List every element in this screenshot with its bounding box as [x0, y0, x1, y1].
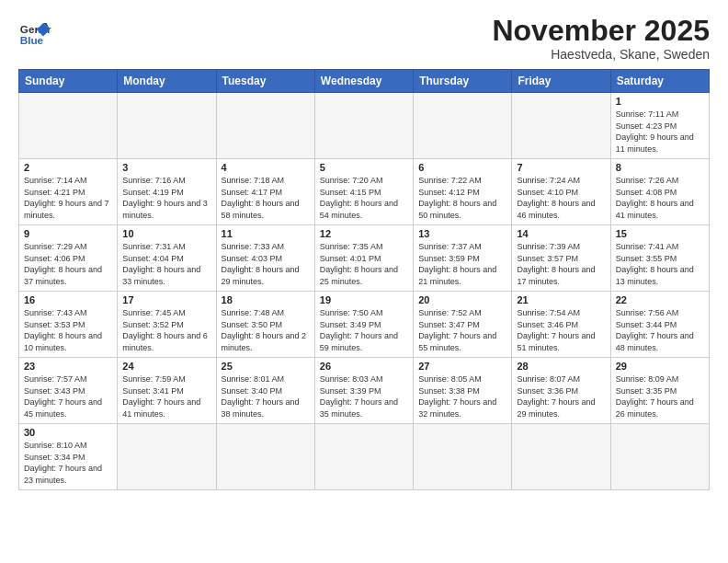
calendar-day: 4Sunrise: 7:18 AM Sunset: 4:17 PM Daylig…	[216, 159, 314, 225]
day-number: 14	[517, 228, 605, 239]
day-number: 20	[418, 294, 506, 305]
day-info: Sunrise: 7:14 AM Sunset: 4:21 PM Dayligh…	[24, 175, 112, 221]
day-number: 10	[122, 228, 210, 239]
month-title: November 2025	[492, 15, 710, 47]
day-info: Sunrise: 7:26 AM Sunset: 4:08 PM Dayligh…	[616, 175, 704, 221]
page: General Blue November 2025 Haestveda, Sk…	[0, 0, 728, 563]
calendar-day: 17Sunrise: 7:45 AM Sunset: 3:52 PM Dayli…	[118, 292, 216, 358]
calendar-day: 25Sunrise: 8:01 AM Sunset: 3:40 PM Dayli…	[216, 358, 314, 424]
col-tuesday: Tuesday	[216, 70, 314, 93]
logo: General Blue	[18, 15, 51, 48]
calendar-day: 14Sunrise: 7:39 AM Sunset: 3:57 PM Dayli…	[512, 225, 610, 292]
day-number: 27	[418, 361, 506, 372]
calendar-day: 12Sunrise: 7:35 AM Sunset: 4:01 PM Dayli…	[314, 225, 413, 292]
day-number: 4	[222, 162, 310, 173]
day-info: Sunrise: 7:52 AM Sunset: 3:47 PM Dayligh…	[418, 307, 506, 353]
day-info: Sunrise: 7:59 AM Sunset: 3:41 PM Dayligh…	[122, 373, 210, 419]
day-number: 9	[24, 228, 112, 239]
day-number: 13	[418, 228, 506, 239]
day-info: Sunrise: 7:48 AM Sunset: 3:50 PM Dayligh…	[222, 307, 310, 353]
calendar-day: 15Sunrise: 7:41 AM Sunset: 3:55 PM Dayli…	[610, 225, 709, 292]
calendar-header-row: Sunday Monday Tuesday Wednesday Thursday…	[19, 70, 710, 93]
day-info: Sunrise: 8:09 AM Sunset: 3:35 PM Dayligh…	[616, 373, 704, 419]
calendar-day: 1Sunrise: 7:11 AM Sunset: 4:23 PM Daylig…	[610, 93, 709, 159]
col-sunday: Sunday	[19, 70, 118, 93]
day-number: 5	[320, 162, 408, 173]
day-info: Sunrise: 7:56 AM Sunset: 3:44 PM Dayligh…	[616, 307, 704, 353]
day-number: 30	[24, 427, 112, 438]
day-number: 6	[418, 162, 506, 173]
day-info: Sunrise: 7:54 AM Sunset: 3:46 PM Dayligh…	[517, 307, 605, 353]
calendar-day: 19Sunrise: 7:50 AM Sunset: 3:49 PM Dayli…	[314, 292, 413, 358]
col-thursday: Thursday	[414, 70, 512, 93]
col-saturday: Saturday	[610, 70, 709, 93]
day-info: Sunrise: 7:45 AM Sunset: 3:52 PM Dayligh…	[122, 307, 210, 353]
generalblue-logo-icon: General Blue	[18, 15, 51, 48]
calendar-day: 2Sunrise: 7:14 AM Sunset: 4:21 PM Daylig…	[19, 159, 118, 225]
day-number: 16	[24, 294, 112, 305]
day-number: 1	[616, 96, 704, 107]
day-number: 8	[616, 162, 704, 173]
subtitle: Haestveda, Skane, Sweden	[492, 47, 710, 62]
calendar-day: 6Sunrise: 7:22 AM Sunset: 4:12 PM Daylig…	[414, 159, 512, 225]
calendar-week-row: 16Sunrise: 7:43 AM Sunset: 3:53 PM Dayli…	[19, 292, 710, 358]
header: General Blue November 2025 Haestveda, Sk…	[18, 15, 710, 62]
day-info: Sunrise: 7:16 AM Sunset: 4:19 PM Dayligh…	[122, 175, 210, 221]
day-info: Sunrise: 7:35 AM Sunset: 4:01 PM Dayligh…	[320, 241, 408, 287]
calendar-day	[314, 93, 413, 159]
calendar-week-row: 1Sunrise: 7:11 AM Sunset: 4:23 PM Daylig…	[19, 93, 710, 159]
calendar-day: 27Sunrise: 8:05 AM Sunset: 3:38 PM Dayli…	[414, 358, 512, 424]
day-info: Sunrise: 7:37 AM Sunset: 3:59 PM Dayligh…	[418, 241, 506, 287]
svg-text:Blue: Blue	[20, 34, 44, 46]
day-info: Sunrise: 7:29 AM Sunset: 4:06 PM Dayligh…	[24, 241, 112, 287]
calendar-day: 21Sunrise: 7:54 AM Sunset: 3:46 PM Dayli…	[512, 292, 610, 358]
day-number: 28	[517, 361, 605, 372]
day-info: Sunrise: 7:41 AM Sunset: 3:55 PM Dayligh…	[616, 241, 704, 287]
calendar-day: 24Sunrise: 7:59 AM Sunset: 3:41 PM Dayli…	[118, 358, 216, 424]
col-friday: Friday	[512, 70, 610, 93]
calendar-week-row: 23Sunrise: 7:57 AM Sunset: 3:43 PM Dayli…	[19, 358, 710, 424]
col-wednesday: Wednesday	[314, 70, 413, 93]
day-number: 25	[222, 361, 310, 372]
day-number: 29	[616, 361, 704, 372]
day-number: 18	[222, 294, 310, 305]
calendar-day: 10Sunrise: 7:31 AM Sunset: 4:04 PM Dayli…	[118, 225, 216, 292]
day-number: 17	[122, 294, 210, 305]
day-info: Sunrise: 7:18 AM Sunset: 4:17 PM Dayligh…	[222, 175, 310, 221]
day-number: 7	[517, 162, 605, 173]
calendar-day: 20Sunrise: 7:52 AM Sunset: 3:47 PM Dayli…	[414, 292, 512, 358]
calendar-day: 11Sunrise: 7:33 AM Sunset: 4:03 PM Dayli…	[216, 225, 314, 292]
calendar-day: 9Sunrise: 7:29 AM Sunset: 4:06 PM Daylig…	[19, 225, 118, 292]
calendar-day: 22Sunrise: 7:56 AM Sunset: 3:44 PM Dayli…	[610, 292, 709, 358]
calendar-day: 7Sunrise: 7:24 AM Sunset: 4:10 PM Daylig…	[512, 159, 610, 225]
day-info: Sunrise: 7:39 AM Sunset: 3:57 PM Dayligh…	[517, 241, 605, 287]
day-info: Sunrise: 7:24 AM Sunset: 4:10 PM Dayligh…	[517, 175, 605, 221]
calendar-week-row: 2Sunrise: 7:14 AM Sunset: 4:21 PM Daylig…	[19, 159, 710, 225]
calendar-day	[118, 93, 216, 159]
calendar-day: 23Sunrise: 7:57 AM Sunset: 3:43 PM Dayli…	[19, 358, 118, 424]
calendar-day: 8Sunrise: 7:26 AM Sunset: 4:08 PM Daylig…	[610, 159, 709, 225]
calendar-day: 30Sunrise: 8:10 AM Sunset: 3:34 PM Dayli…	[19, 424, 118, 490]
day-number: 23	[24, 361, 112, 372]
calendar-day	[314, 424, 413, 490]
day-info: Sunrise: 7:22 AM Sunset: 4:12 PM Dayligh…	[418, 175, 506, 221]
calendar-day: 5Sunrise: 7:20 AM Sunset: 4:15 PM Daylig…	[314, 159, 413, 225]
col-monday: Monday	[118, 70, 216, 93]
calendar-day	[216, 93, 314, 159]
day-info: Sunrise: 7:43 AM Sunset: 3:53 PM Dayligh…	[24, 307, 112, 353]
calendar-day	[118, 424, 216, 490]
calendar-day: 26Sunrise: 8:03 AM Sunset: 3:39 PM Dayli…	[314, 358, 413, 424]
calendar-week-row: 9Sunrise: 7:29 AM Sunset: 4:06 PM Daylig…	[19, 225, 710, 292]
calendar-day	[19, 93, 118, 159]
day-number: 22	[616, 294, 704, 305]
calendar-day	[610, 424, 709, 490]
calendar-day: 3Sunrise: 7:16 AM Sunset: 4:19 PM Daylig…	[118, 159, 216, 225]
day-number: 15	[616, 228, 704, 239]
day-info: Sunrise: 8:07 AM Sunset: 3:36 PM Dayligh…	[517, 373, 605, 419]
calendar-day	[512, 424, 610, 490]
calendar-table: Sunday Monday Tuesday Wednesday Thursday…	[18, 69, 710, 490]
calendar-day: 16Sunrise: 7:43 AM Sunset: 3:53 PM Dayli…	[19, 292, 118, 358]
day-number: 21	[517, 294, 605, 305]
day-info: Sunrise: 8:01 AM Sunset: 3:40 PM Dayligh…	[222, 373, 310, 419]
calendar-day: 13Sunrise: 7:37 AM Sunset: 3:59 PM Dayli…	[414, 225, 512, 292]
